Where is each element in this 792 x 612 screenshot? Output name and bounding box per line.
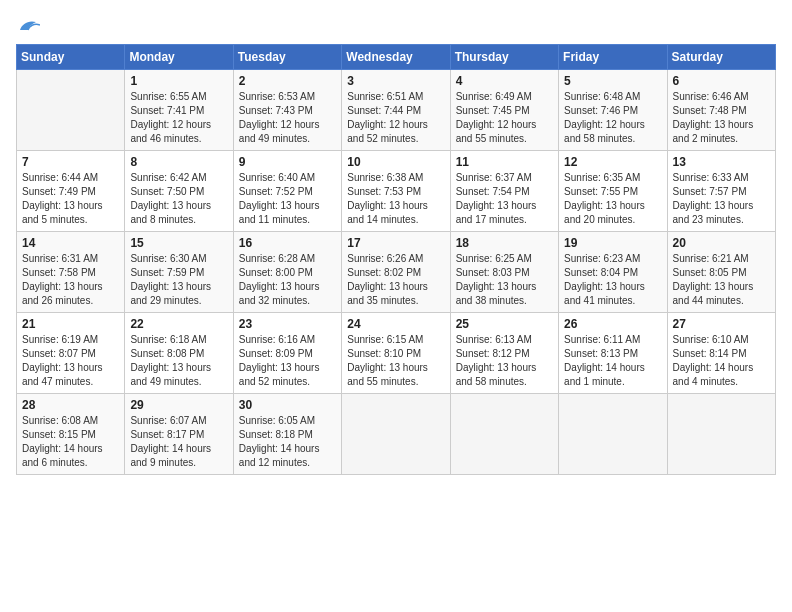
- calendar-cell: [450, 394, 558, 475]
- day-info: Sunrise: 6:40 AM Sunset: 7:52 PM Dayligh…: [239, 171, 336, 227]
- day-number: 9: [239, 155, 336, 169]
- calendar-cell: 11Sunrise: 6:37 AM Sunset: 7:54 PM Dayli…: [450, 151, 558, 232]
- calendar-cell: 29Sunrise: 6:07 AM Sunset: 8:17 PM Dayli…: [125, 394, 233, 475]
- calendar-week-row: 21Sunrise: 6:19 AM Sunset: 8:07 PM Dayli…: [17, 313, 776, 394]
- day-number: 10: [347, 155, 444, 169]
- calendar-cell: 23Sunrise: 6:16 AM Sunset: 8:09 PM Dayli…: [233, 313, 341, 394]
- calendar-cell: 16Sunrise: 6:28 AM Sunset: 8:00 PM Dayli…: [233, 232, 341, 313]
- calendar-cell: [559, 394, 667, 475]
- day-info: Sunrise: 6:08 AM Sunset: 8:15 PM Dayligh…: [22, 414, 119, 470]
- day-number: 18: [456, 236, 553, 250]
- day-number: 25: [456, 317, 553, 331]
- calendar-cell: 26Sunrise: 6:11 AM Sunset: 8:13 PM Dayli…: [559, 313, 667, 394]
- day-number: 12: [564, 155, 661, 169]
- day-info: Sunrise: 6:35 AM Sunset: 7:55 PM Dayligh…: [564, 171, 661, 227]
- calendar-cell: 28Sunrise: 6:08 AM Sunset: 8:15 PM Dayli…: [17, 394, 125, 475]
- day-number: 30: [239, 398, 336, 412]
- calendar-cell: 1Sunrise: 6:55 AM Sunset: 7:41 PM Daylig…: [125, 70, 233, 151]
- calendar-cell: [342, 394, 450, 475]
- logo: [16, 16, 40, 34]
- day-info: Sunrise: 6:15 AM Sunset: 8:10 PM Dayligh…: [347, 333, 444, 389]
- calendar-table: SundayMondayTuesdayWednesdayThursdayFrid…: [16, 44, 776, 475]
- day-number: 17: [347, 236, 444, 250]
- day-info: Sunrise: 6:18 AM Sunset: 8:08 PM Dayligh…: [130, 333, 227, 389]
- day-number: 29: [130, 398, 227, 412]
- calendar-cell: [17, 70, 125, 151]
- calendar-cell: 10Sunrise: 6:38 AM Sunset: 7:53 PM Dayli…: [342, 151, 450, 232]
- day-number: 5: [564, 74, 661, 88]
- calendar-cell: 17Sunrise: 6:26 AM Sunset: 8:02 PM Dayli…: [342, 232, 450, 313]
- calendar-cell: 15Sunrise: 6:30 AM Sunset: 7:59 PM Dayli…: [125, 232, 233, 313]
- weekday-header-sunday: Sunday: [17, 45, 125, 70]
- day-number: 21: [22, 317, 119, 331]
- calendar-cell: 24Sunrise: 6:15 AM Sunset: 8:10 PM Dayli…: [342, 313, 450, 394]
- day-info: Sunrise: 6:23 AM Sunset: 8:04 PM Dayligh…: [564, 252, 661, 308]
- calendar-cell: 12Sunrise: 6:35 AM Sunset: 7:55 PM Dayli…: [559, 151, 667, 232]
- calendar-cell: 14Sunrise: 6:31 AM Sunset: 7:58 PM Dayli…: [17, 232, 125, 313]
- day-info: Sunrise: 6:53 AM Sunset: 7:43 PM Dayligh…: [239, 90, 336, 146]
- day-info: Sunrise: 6:28 AM Sunset: 8:00 PM Dayligh…: [239, 252, 336, 308]
- day-number: 11: [456, 155, 553, 169]
- day-number: 24: [347, 317, 444, 331]
- calendar-body: 1Sunrise: 6:55 AM Sunset: 7:41 PM Daylig…: [17, 70, 776, 475]
- day-info: Sunrise: 6:10 AM Sunset: 8:14 PM Dayligh…: [673, 333, 770, 389]
- weekday-header-monday: Monday: [125, 45, 233, 70]
- calendar-cell: 4Sunrise: 6:49 AM Sunset: 7:45 PM Daylig…: [450, 70, 558, 151]
- day-info: Sunrise: 6:26 AM Sunset: 8:02 PM Dayligh…: [347, 252, 444, 308]
- day-info: Sunrise: 6:11 AM Sunset: 8:13 PM Dayligh…: [564, 333, 661, 389]
- day-info: Sunrise: 6:16 AM Sunset: 8:09 PM Dayligh…: [239, 333, 336, 389]
- day-info: Sunrise: 6:38 AM Sunset: 7:53 PM Dayligh…: [347, 171, 444, 227]
- calendar-cell: 20Sunrise: 6:21 AM Sunset: 8:05 PM Dayli…: [667, 232, 775, 313]
- day-info: Sunrise: 6:31 AM Sunset: 7:58 PM Dayligh…: [22, 252, 119, 308]
- calendar-cell: 2Sunrise: 6:53 AM Sunset: 7:43 PM Daylig…: [233, 70, 341, 151]
- day-number: 7: [22, 155, 119, 169]
- weekday-header-wednesday: Wednesday: [342, 45, 450, 70]
- day-number: 13: [673, 155, 770, 169]
- page-header: [16, 16, 776, 34]
- day-info: Sunrise: 6:55 AM Sunset: 7:41 PM Dayligh…: [130, 90, 227, 146]
- day-info: Sunrise: 6:05 AM Sunset: 8:18 PM Dayligh…: [239, 414, 336, 470]
- calendar-cell: 22Sunrise: 6:18 AM Sunset: 8:08 PM Dayli…: [125, 313, 233, 394]
- calendar-cell: 27Sunrise: 6:10 AM Sunset: 8:14 PM Dayli…: [667, 313, 775, 394]
- day-info: Sunrise: 6:44 AM Sunset: 7:49 PM Dayligh…: [22, 171, 119, 227]
- day-number: 28: [22, 398, 119, 412]
- day-info: Sunrise: 6:21 AM Sunset: 8:05 PM Dayligh…: [673, 252, 770, 308]
- calendar-week-row: 14Sunrise: 6:31 AM Sunset: 7:58 PM Dayli…: [17, 232, 776, 313]
- day-number: 20: [673, 236, 770, 250]
- calendar-cell: 13Sunrise: 6:33 AM Sunset: 7:57 PM Dayli…: [667, 151, 775, 232]
- weekday-header-saturday: Saturday: [667, 45, 775, 70]
- day-info: Sunrise: 6:42 AM Sunset: 7:50 PM Dayligh…: [130, 171, 227, 227]
- day-info: Sunrise: 6:37 AM Sunset: 7:54 PM Dayligh…: [456, 171, 553, 227]
- calendar-cell: 18Sunrise: 6:25 AM Sunset: 8:03 PM Dayli…: [450, 232, 558, 313]
- day-number: 8: [130, 155, 227, 169]
- calendar-cell: 25Sunrise: 6:13 AM Sunset: 8:12 PM Dayli…: [450, 313, 558, 394]
- day-number: 27: [673, 317, 770, 331]
- day-info: Sunrise: 6:13 AM Sunset: 8:12 PM Dayligh…: [456, 333, 553, 389]
- day-info: Sunrise: 6:07 AM Sunset: 8:17 PM Dayligh…: [130, 414, 227, 470]
- day-number: 23: [239, 317, 336, 331]
- weekday-header-friday: Friday: [559, 45, 667, 70]
- logo-bird-icon: [18, 16, 40, 34]
- day-number: 4: [456, 74, 553, 88]
- calendar-cell: 30Sunrise: 6:05 AM Sunset: 8:18 PM Dayli…: [233, 394, 341, 475]
- day-info: Sunrise: 6:51 AM Sunset: 7:44 PM Dayligh…: [347, 90, 444, 146]
- calendar-cell: 9Sunrise: 6:40 AM Sunset: 7:52 PM Daylig…: [233, 151, 341, 232]
- day-info: Sunrise: 6:49 AM Sunset: 7:45 PM Dayligh…: [456, 90, 553, 146]
- day-number: 26: [564, 317, 661, 331]
- calendar-cell: 8Sunrise: 6:42 AM Sunset: 7:50 PM Daylig…: [125, 151, 233, 232]
- calendar-cell: [667, 394, 775, 475]
- day-number: 19: [564, 236, 661, 250]
- day-number: 1: [130, 74, 227, 88]
- day-number: 16: [239, 236, 336, 250]
- day-number: 2: [239, 74, 336, 88]
- weekday-header-row: SundayMondayTuesdayWednesdayThursdayFrid…: [17, 45, 776, 70]
- calendar-header: SundayMondayTuesdayWednesdayThursdayFrid…: [17, 45, 776, 70]
- calendar-week-row: 7Sunrise: 6:44 AM Sunset: 7:49 PM Daylig…: [17, 151, 776, 232]
- calendar-cell: 5Sunrise: 6:48 AM Sunset: 7:46 PM Daylig…: [559, 70, 667, 151]
- weekday-header-thursday: Thursday: [450, 45, 558, 70]
- calendar-cell: 3Sunrise: 6:51 AM Sunset: 7:44 PM Daylig…: [342, 70, 450, 151]
- day-number: 15: [130, 236, 227, 250]
- day-number: 22: [130, 317, 227, 331]
- calendar-cell: 6Sunrise: 6:46 AM Sunset: 7:48 PM Daylig…: [667, 70, 775, 151]
- day-info: Sunrise: 6:19 AM Sunset: 8:07 PM Dayligh…: [22, 333, 119, 389]
